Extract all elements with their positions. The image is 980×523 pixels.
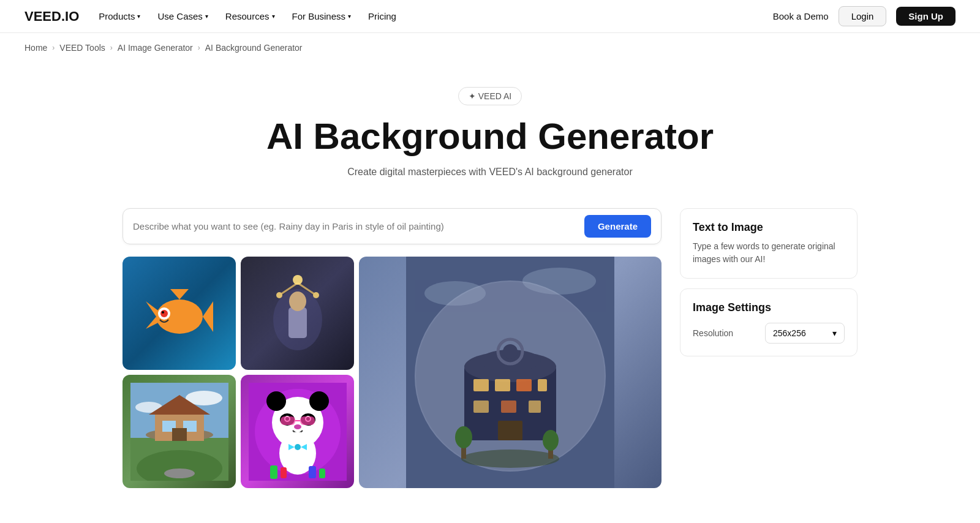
svg-rect-23: [473, 379, 489, 391]
svg-rect-9: [288, 307, 307, 338]
svg-rect-71: [309, 466, 316, 478]
image-settings-card: Image Settings Resolution 256x256 ▾: [680, 288, 858, 356]
svg-rect-69: [270, 465, 277, 479]
breadcrumb-home[interactable]: Home: [24, 43, 47, 53]
text-to-image-title: Text to Image: [693, 221, 845, 234]
svg-rect-27: [473, 401, 489, 413]
svg-point-49: [164, 468, 195, 478]
image-grid: [123, 257, 662, 488]
image-sphere-house: [359, 257, 662, 488]
svg-marker-2: [146, 317, 158, 329]
nav-right: Book a Demo Login Sign Up: [773, 6, 956, 26]
svg-marker-1: [146, 301, 158, 317]
resolution-select[interactable]: 256x256 ▾: [765, 323, 845, 344]
svg-point-53: [266, 391, 286, 411]
resolution-value: 256x256: [773, 328, 806, 338]
svg-point-15: [293, 275, 303, 285]
grid-item-panda: [241, 375, 354, 488]
page-title: AI Background Generator: [12, 116, 968, 157]
svg-rect-26: [538, 379, 547, 391]
nav-pricing[interactable]: Pricing: [368, 11, 396, 21]
veed-ai-badge: ✦ VEED AI: [458, 87, 522, 105]
hero-section: ✦ VEED AI AI Background Generator Create…: [0, 62, 980, 196]
image-panda: [241, 375, 354, 488]
text-to-image-description: Type a few words to generate original im…: [693, 240, 845, 266]
main-content: Generate: [98, 196, 882, 523]
image-flying-house: [123, 375, 236, 488]
breadcrumb-sep-1: ›: [52, 43, 55, 52]
svg-marker-3: [170, 289, 189, 299]
login-button[interactable]: Login: [839, 6, 887, 26]
prompt-input[interactable]: [133, 221, 577, 231]
svg-rect-29: [529, 401, 541, 413]
svg-point-35: [455, 426, 472, 448]
svg-rect-28: [501, 401, 516, 413]
svg-point-7: [162, 311, 164, 314]
image-settings-title: Image Settings: [693, 301, 845, 314]
breadcrumb-sep-3: ›: [198, 43, 200, 52]
chevron-down-icon: ▾: [348, 13, 351, 20]
breadcrumb-ai-image-generator[interactable]: AI Image Generator: [118, 43, 193, 53]
nav-resources[interactable]: Resources ▾: [225, 11, 275, 21]
breadcrumb-sep-2: ›: [110, 43, 113, 52]
chevron-down-icon: ▾: [205, 13, 208, 20]
navbar: VEED.IO Products ▾ Use Cases ▾ Resources…: [0, 0, 980, 33]
right-panel: Text to Image Type a few words to genera…: [680, 208, 858, 488]
image-warrior: [241, 257, 354, 370]
svg-rect-63: [300, 416, 315, 425]
breadcrumb-current: AI Background Generator: [205, 43, 303, 53]
svg-point-13: [276, 292, 282, 298]
nav-for-business[interactable]: For Business ▾: [292, 11, 352, 21]
nav-left: VEED.IO Products ▾ Use Cases ▾ Resources…: [24, 9, 396, 24]
grid-item-warrior: [241, 257, 354, 370]
svg-point-68: [295, 444, 301, 450]
grid-item-fish: [123, 257, 236, 370]
svg-rect-30: [498, 421, 522, 440]
nav-products[interactable]: Products ▾: [99, 11, 140, 21]
book-demo-button[interactable]: Book a Demo: [773, 11, 829, 21]
resolution-label: Resolution: [693, 328, 733, 338]
svg-marker-4: [203, 301, 213, 332]
svg-point-33: [461, 450, 559, 468]
svg-rect-25: [516, 379, 532, 391]
generate-button[interactable]: Generate: [584, 215, 651, 238]
svg-rect-72: [319, 468, 325, 478]
image-fish: [123, 257, 236, 370]
svg-point-14: [313, 292, 319, 298]
svg-rect-47: [172, 428, 187, 441]
svg-point-32: [503, 344, 518, 359]
signup-button[interactable]: Sign Up: [896, 7, 956, 26]
logo[interactable]: VEED.IO: [24, 9, 79, 24]
grid-item-sphere-house: [359, 257, 662, 488]
svg-rect-62: [281, 416, 295, 425]
chevron-down-icon: ▾: [137, 13, 140, 20]
nav-links: Products ▾ Use Cases ▾ Resources ▾ For B…: [99, 11, 396, 21]
chevron-down-icon: ▾: [832, 328, 837, 338]
svg-point-37: [543, 430, 559, 451]
text-to-image-card: Text to Image Type a few words to genera…: [680, 208, 858, 279]
svg-rect-24: [495, 379, 510, 391]
breadcrumb-veed-tools[interactable]: VEED Tools: [59, 43, 105, 53]
nav-use-cases[interactable]: Use Cases ▾: [157, 11, 208, 21]
left-panel: Generate: [123, 208, 662, 488]
svg-rect-70: [281, 467, 287, 478]
svg-point-10: [289, 292, 306, 311]
hero-subtitle: Create digital masterpieces with VEED's …: [12, 167, 968, 178]
prompt-bar: Generate: [123, 208, 662, 244]
grid-item-flying-house: [123, 375, 236, 488]
resolution-row: Resolution 256x256 ▾: [693, 323, 845, 344]
svg-point-61: [294, 424, 301, 429]
breadcrumb: Home › VEED Tools › AI Image Generator ›…: [0, 33, 980, 62]
chevron-down-icon: ▾: [272, 13, 275, 20]
svg-point-54: [309, 391, 329, 411]
svg-point-6: [160, 310, 168, 317]
